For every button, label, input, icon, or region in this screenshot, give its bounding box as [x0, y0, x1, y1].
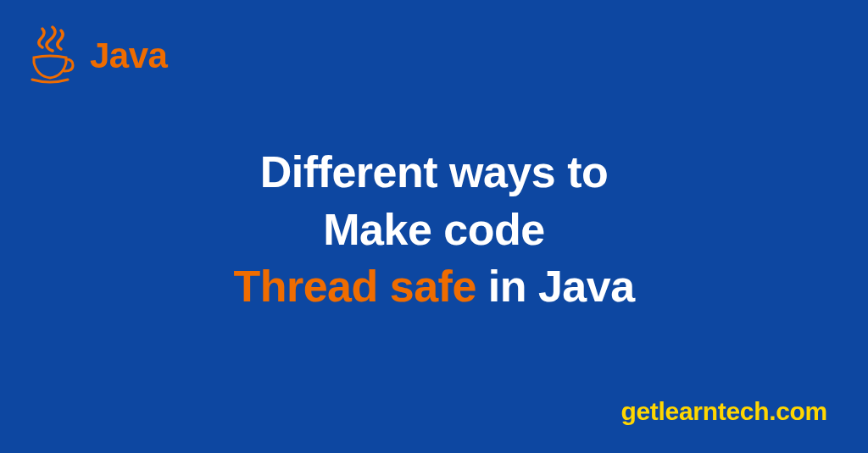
java-logo-text: Java	[90, 36, 167, 76]
footer-site-link[interactable]: getlearntech.com	[620, 397, 827, 426]
title-line-1: Different ways to	[0, 144, 868, 202]
title-line-3: Thread safe in Java	[0, 258, 868, 316]
title-line-2: Make code	[0, 202, 868, 259]
java-steam-icon	[25, 25, 75, 86]
title-highlight: Thread safe	[233, 262, 476, 311]
page-title: Different ways to Make code Thread safe …	[0, 144, 868, 316]
title-tail: in Java	[476, 262, 635, 311]
java-logo-block: Java	[25, 25, 167, 86]
